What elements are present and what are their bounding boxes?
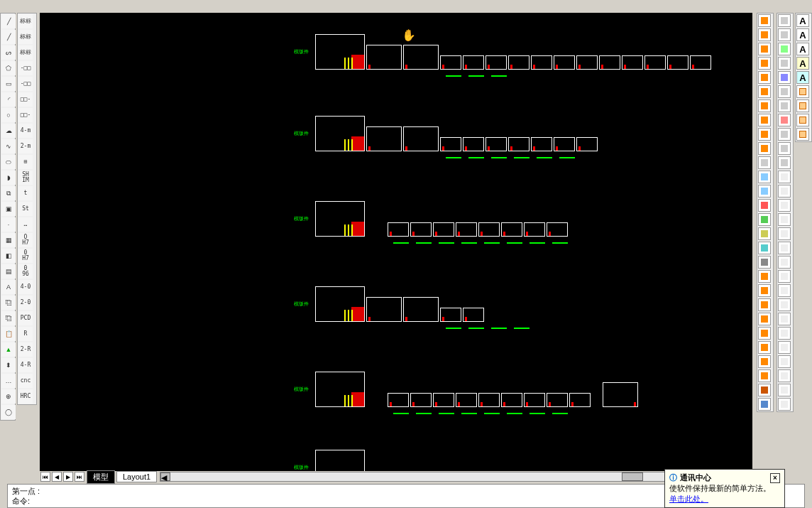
tool-b-0[interactable]: 标标 xyxy=(18,14,33,28)
tab-nav-next-icon[interactable]: ▶ xyxy=(63,472,73,482)
tool-b-14[interactable]: O H7 xyxy=(18,233,33,247)
right-tool-tb-right1-5[interactable] xyxy=(758,85,771,98)
right-tool-tb-right2-17[interactable] xyxy=(778,256,791,269)
right-tool-tb-right2-13[interactable] xyxy=(778,199,791,212)
right-tool-tb-right1-1[interactable] xyxy=(758,28,771,41)
hscrollbar-btn-left[interactable]: ◀ xyxy=(160,472,170,481)
right-tool-tb-right2-23[interactable] xyxy=(778,341,791,354)
tool-b-22[interactable]: 4-R xyxy=(18,358,33,372)
right-tool-tb-right2-0[interactable] xyxy=(778,14,791,27)
tab-nav-first-icon[interactable]: ⏮ xyxy=(40,472,50,482)
right-tool-tb-right2-27[interactable] xyxy=(778,398,791,411)
right-tool-tb-right2-7[interactable] xyxy=(778,114,791,126)
tool-insert-icon[interactable]: ⧉ xyxy=(1,186,16,200)
right-tool-tb-right1-15[interactable] xyxy=(758,227,771,240)
right-tool-tb-right1-27[interactable] xyxy=(758,398,771,411)
tool-b-23[interactable]: cnc xyxy=(18,374,33,388)
tool-rev-icon[interactable]: ⊕ xyxy=(1,389,16,404)
tool-b-18[interactable]: 2-0 xyxy=(18,296,33,310)
right-tool-tb-right2-12[interactable] xyxy=(778,185,791,198)
right-tool-tb-right1-18[interactable] xyxy=(758,270,771,283)
right-tool-tb-right1-10[interactable] xyxy=(758,156,771,169)
right-tool-tb-right1-2[interactable] xyxy=(758,43,771,55)
tab-layout1[interactable]: Layout1 xyxy=(116,471,157,482)
right-tool-tb-right1-7[interactable] xyxy=(758,114,771,126)
right-tool-tb-right2-2[interactable] xyxy=(778,43,791,55)
right-tool-tb-right1-4[interactable] xyxy=(758,71,771,84)
right-tool-tb-right2-1[interactable] xyxy=(778,28,791,41)
tool-dim-icon[interactable]: ⬍ xyxy=(1,358,16,372)
right-tool-tb-right2-4[interactable] xyxy=(778,71,791,84)
tool-polygon-icon[interactable]: ⬠ xyxy=(1,61,16,75)
right-tool-tb-right2-9[interactable] xyxy=(778,142,791,155)
tool-hrc-icon[interactable]: ◯ xyxy=(1,405,16,419)
tool-line-icon[interactable]: ╱ xyxy=(1,14,16,28)
tool-revcloud-icon[interactable]: ☁ xyxy=(1,124,16,138)
tool-b-9[interactable]: ⊞ xyxy=(18,155,33,169)
text-grid-icon-3[interactable] xyxy=(796,128,809,141)
right-tool-tb-right2-15[interactable] xyxy=(778,227,791,240)
right-tool-tb-right1-3[interactable] xyxy=(758,57,771,70)
tool-b-20[interactable]: R xyxy=(18,327,33,341)
text-style-icon-0[interactable]: A xyxy=(796,14,809,27)
tool-spline-icon[interactable]: ∿ xyxy=(1,139,16,153)
hscrollbar-thumb[interactable] xyxy=(622,472,643,481)
tool-circle-icon[interactable]: ○ xyxy=(1,108,16,122)
tab-nav-last-icon[interactable]: ⏭ xyxy=(75,472,84,482)
text-grid-icon-1[interactable] xyxy=(796,99,809,112)
tool-b-11[interactable]: t xyxy=(18,186,33,200)
text-style-icon-3[interactable]: A xyxy=(796,57,809,70)
tool-gradient-icon[interactable]: ◧ xyxy=(1,249,16,263)
tool-hatch-icon[interactable]: ▦ xyxy=(1,233,16,247)
tool-mark-green-icon[interactable]: ▲ xyxy=(1,342,16,357)
right-tool-tb-right2-5[interactable] xyxy=(778,85,791,98)
tool-rectangle-icon[interactable]: ▭ xyxy=(1,77,16,91)
right-tool-tb-right1-14[interactable] xyxy=(758,213,771,226)
right-tool-tb-right1-11[interactable] xyxy=(758,171,771,183)
tool-b-10[interactable]: SH IM xyxy=(18,171,33,185)
tool-xline-icon[interactable]: ╱ xyxy=(1,30,16,44)
tool-b-24[interactable]: HRC xyxy=(18,389,33,404)
tool-ellarc-icon[interactable]: ◗ xyxy=(1,171,16,185)
text-style-icon-4[interactable]: A xyxy=(796,71,809,84)
tool-b-3[interactable]: -□□ xyxy=(18,61,33,75)
drawing-canvas[interactable]: 模版件模版件模版件模版件模版件模版件 ✋ xyxy=(40,13,752,471)
tool-b-21[interactable]: 2-R xyxy=(18,342,33,357)
tool-paste-icon[interactable]: 📋 xyxy=(1,327,16,341)
tool-b-13[interactable]: … xyxy=(18,217,33,232)
right-tool-tb-right1-0[interactable] xyxy=(758,14,771,27)
tool-copy1-icon[interactable]: ⿻ xyxy=(1,296,16,310)
tool-b-16[interactable]: 0 96 xyxy=(18,264,33,279)
tool-b-8[interactable]: 2-m xyxy=(18,139,33,153)
right-tool-tb-right1-12[interactable] xyxy=(758,185,771,198)
text-grid-icon-0[interactable] xyxy=(796,85,809,98)
right-tool-tb-right2-26[interactable] xyxy=(778,384,791,396)
right-tool-tb-right1-21[interactable] xyxy=(758,313,771,325)
tool-copy2-icon[interactable]: ⿻ xyxy=(1,311,16,325)
right-tool-tb-right1-26[interactable] xyxy=(758,384,771,396)
right-tool-tb-right2-6[interactable] xyxy=(778,99,791,112)
right-tool-tb-right1-17[interactable] xyxy=(758,256,771,269)
tool-arc-icon[interactable]: ◜ xyxy=(1,92,16,107)
tool-mtext-icon[interactable]: A xyxy=(1,280,16,294)
right-tool-tb-right1-9[interactable] xyxy=(758,142,771,155)
notification-link[interactable]: 单击此处。 xyxy=(669,495,708,503)
tool-spacer-icon[interactable]: … xyxy=(1,374,16,388)
right-tool-tb-right1-19[interactable] xyxy=(758,284,771,297)
tool-table-icon[interactable]: ▤ xyxy=(1,264,16,279)
right-tool-tb-right2-22[interactable] xyxy=(778,327,791,340)
right-tool-tb-right2-18[interactable] xyxy=(778,270,791,283)
tool-b-2[interactable]: 标标 xyxy=(18,45,33,60)
tool-ellipse-icon[interactable]: ⬭ xyxy=(1,155,16,169)
right-tool-tb-right1-23[interactable] xyxy=(758,341,771,354)
right-tool-tb-right1-22[interactable] xyxy=(758,327,771,340)
tool-b-1[interactable]: 标标 xyxy=(18,30,33,44)
right-tool-tb-right2-25[interactable] xyxy=(778,369,791,382)
tool-point-icon[interactable]: · xyxy=(1,217,16,232)
text-style-icon-2[interactable]: A xyxy=(796,43,809,55)
right-tool-tb-right1-25[interactable] xyxy=(758,369,771,382)
right-tool-tb-right2-16[interactable] xyxy=(778,242,791,254)
right-tool-tb-right2-11[interactable] xyxy=(778,171,791,183)
right-tool-tb-right1-6[interactable] xyxy=(758,99,771,112)
right-tool-tb-right1-13[interactable] xyxy=(758,199,771,212)
